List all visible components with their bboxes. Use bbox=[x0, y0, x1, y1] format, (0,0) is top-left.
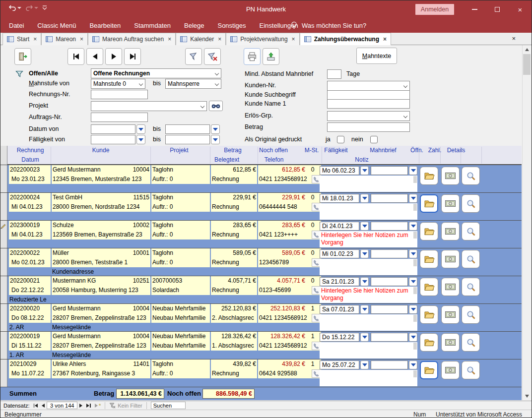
betrag-filter-input[interactable] bbox=[327, 122, 410, 132]
details-button[interactable] bbox=[462, 361, 480, 379]
project-name[interactable]: Taglohn bbox=[151, 248, 210, 258]
document-text[interactable]: Rechnung bbox=[211, 286, 257, 295]
project-name[interactable]: Neubau Mehrfamilie bbox=[151, 332, 210, 341]
customer-name[interactable]: Gerd Mustermann bbox=[53, 165, 133, 175]
open-document-button[interactable] bbox=[420, 361, 438, 379]
invoice-amount[interactable]: 229,91 € bbox=[211, 193, 257, 202]
dunning-level[interactable]: 0 bbox=[305, 165, 320, 175]
record-selector[interactable] bbox=[0, 332, 7, 359]
payment-button[interactable] bbox=[441, 333, 460, 352]
customer-address[interactable]: 12345 Bremen, Musterstraße 123 bbox=[52, 175, 150, 184]
mahnbrief-field[interactable] bbox=[371, 305, 408, 314]
customer-number[interactable]: 10004 bbox=[133, 332, 149, 341]
record-selector[interactable] bbox=[0, 165, 7, 192]
due-date-dropdown[interactable] bbox=[360, 360, 369, 369]
payment-button[interactable] bbox=[441, 167, 460, 185]
open-amount[interactable]: 229,91 € bbox=[259, 193, 305, 202]
anmelden-button[interactable]: Anmelden bbox=[415, 4, 454, 15]
col-mahnbrief[interactable]: Mahnbrief bbox=[359, 146, 407, 155]
note-field[interactable] bbox=[320, 259, 417, 275]
due-date-field[interactable]: Mi 18.01.23 bbox=[320, 194, 359, 203]
invoice-number[interactable]: 202200023 bbox=[9, 165, 51, 175]
tabbar-close-icon[interactable]: × bbox=[512, 35, 516, 42]
invoice-number[interactable]: 202200024 bbox=[9, 193, 51, 202]
tab-close-icon[interactable]: × bbox=[217, 36, 221, 43]
customer-name[interactable]: Müller bbox=[53, 248, 133, 258]
due-date-dropdown[interactable] bbox=[360, 305, 369, 314]
mahnbrief-field[interactable] bbox=[371, 166, 408, 175]
customer-number[interactable]: 10251 bbox=[133, 276, 149, 286]
customer-number[interactable]: 10001 bbox=[133, 248, 149, 258]
record-selector[interactable] bbox=[0, 248, 7, 276]
faelligkeit-bis-dropdown[interactable] bbox=[211, 135, 220, 144]
nav-first-record-button[interactable] bbox=[67, 48, 84, 65]
customer-name[interactable]: Mustermann KG bbox=[53, 276, 133, 286]
record-selector[interactable] bbox=[0, 304, 7, 331]
document-tab[interactable]: Projektverwaltung × bbox=[226, 33, 299, 45]
col-datum[interactable]: Datum bbox=[9, 155, 52, 165]
tab-close-icon[interactable]: × bbox=[79, 36, 83, 43]
datum-von-input[interactable] bbox=[91, 124, 135, 134]
document-tab[interactable]: Zahlungsüberwachung × bbox=[300, 33, 391, 45]
customer-address[interactable]: 28207 Bremen, Zeppelinstraße 123 bbox=[52, 341, 150, 351]
project-line2[interactable]: Auftr.: 0 bbox=[151, 175, 210, 184]
scrollbar-thumb[interactable] bbox=[523, 54, 531, 75]
mahnbrief-field[interactable] bbox=[371, 360, 408, 369]
due-date-field[interactable]: Sa 07.01.23 bbox=[320, 305, 359, 314]
customer-address[interactable]: 27367 Rotenburg, Raingasse 3 bbox=[52, 369, 150, 378]
open-document-button[interactable] bbox=[420, 194, 438, 213]
document-text[interactable]: Rechnung bbox=[211, 230, 257, 239]
nein-checkbox[interactable] bbox=[370, 136, 378, 143]
customer-name[interactable]: Gerd Mustermann bbox=[53, 304, 133, 313]
redo-button[interactable] bbox=[25, 4, 38, 11]
offen-alle-select[interactable]: Offene Rechnungen bbox=[91, 68, 221, 78]
customer-number[interactable]: 10004 bbox=[133, 304, 149, 313]
open-document-button[interactable] bbox=[420, 278, 438, 296]
remove-filter-button[interactable] bbox=[204, 48, 221, 65]
payment-button[interactable] bbox=[441, 194, 460, 213]
document-tab[interactable]: Start × bbox=[2, 33, 41, 45]
document-text[interactable]: Rechnung bbox=[211, 175, 257, 184]
due-date-field[interactable]: Mo 06.02.23 bbox=[320, 166, 359, 175]
col-projekt[interactable]: Projekt bbox=[149, 146, 209, 155]
mahnbrief-dropdown[interactable] bbox=[409, 333, 417, 342]
last-record-button[interactable] bbox=[86, 404, 91, 408]
note-field[interactable] bbox=[320, 342, 417, 358]
invoice-number[interactable]: 20210029 bbox=[9, 359, 51, 369]
customer-number[interactable]: 11401 bbox=[133, 359, 149, 369]
details-button[interactable] bbox=[462, 305, 480, 324]
mahnstufe-von-select[interactable]: Mahnstufe 0 bbox=[91, 79, 145, 89]
note-field[interactable] bbox=[320, 176, 417, 192]
customer-name[interactable]: Test GmbH bbox=[53, 193, 133, 202]
customize-qat-button[interactable] bbox=[42, 5, 47, 10]
open-amount[interactable]: 252.120,83 € bbox=[259, 304, 305, 313]
document-text[interactable]: Rechnung bbox=[211, 202, 257, 212]
due-date-dropdown[interactable] bbox=[360, 333, 369, 342]
note-field[interactable] bbox=[320, 370, 417, 386]
project-line2[interactable]: Neubau Mehrfamilie bbox=[151, 341, 210, 351]
open-amount[interactable]: 612,85 € bbox=[259, 165, 305, 175]
invoice-date[interactable]: Mo 23.01.23 bbox=[9, 175, 51, 184]
tell-me-assistant[interactable]: Was möchten Sie tun? bbox=[291, 18, 366, 33]
col-belegtext[interactable]: Belegtext bbox=[203, 155, 251, 165]
payment-button[interactable] bbox=[441, 222, 460, 240]
customer-number[interactable]: 11515 bbox=[133, 193, 149, 202]
open-document-button[interactable] bbox=[420, 250, 438, 268]
invoice-date[interactable]: Mi 04.01.23 bbox=[9, 230, 51, 239]
invoice-amount[interactable]: 612,85 € bbox=[211, 165, 257, 175]
invoice-number[interactable]: 202200019 bbox=[9, 332, 51, 341]
open-document-button[interactable] bbox=[420, 167, 438, 185]
document-text[interactable]: 2. Abschlagsrec bbox=[211, 313, 257, 323]
mahnbrief-field[interactable] bbox=[371, 333, 408, 342]
invoice-date[interactable]: Mo 02.01.23 bbox=[9, 258, 51, 267]
col-notiz[interactable]: Notiz bbox=[338, 155, 386, 165]
details-button[interactable] bbox=[462, 194, 480, 213]
project-line2[interactable]: Auftr.: 0 bbox=[151, 258, 210, 267]
tab-close-icon[interactable]: × bbox=[382, 36, 387, 43]
project-line2[interactable]: Auftr.: 0 bbox=[151, 202, 210, 212]
invoice-date[interactable]: Mo 11.07.22 bbox=[9, 369, 51, 378]
open-amount[interactable]: 589,05 € bbox=[259, 248, 305, 258]
close-button[interactable]: × bbox=[509, 0, 532, 18]
search-input[interactable]: Suchen bbox=[151, 402, 186, 409]
customer-name[interactable]: Ulrike Ahlers bbox=[53, 359, 133, 369]
